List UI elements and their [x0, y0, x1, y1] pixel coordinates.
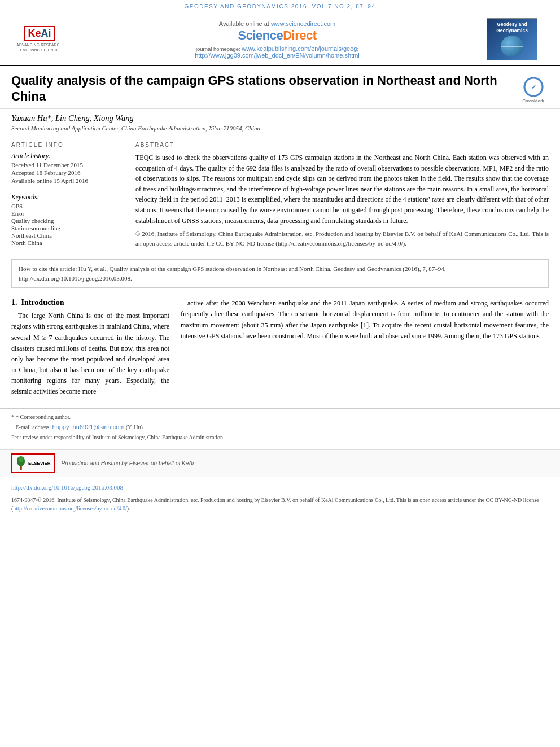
elsevier-footer: ELSEVIER Production and Hosting by Elsev… — [0, 449, 560, 477]
affiliation-text: Second Monitoring and Application Center… — [11, 125, 549, 132]
article-info-col: ARTICLE INFO Article history: Received 1… — [11, 142, 124, 251]
sciencedirect-url[interactable]: www.sciencedirect.com — [271, 20, 335, 27]
abstract-label: ABSTRACT — [135, 142, 549, 148]
logo-area: KeAi ADVANCING RESEARCHEVOLVING SCIENCE — [11, 26, 68, 53]
available-date: Available online 15 April 2016 — [11, 177, 115, 184]
abstract-col: ABSTRACT TEQC is used to check the obser… — [135, 142, 549, 251]
article-info-label: ARTICLE INFO — [11, 142, 115, 148]
globe-line2 — [501, 42, 523, 42]
received-date: Received 11 December 2015 — [11, 161, 115, 168]
cc-license-link[interactable]: http://creativecommons.org/licenses/by-n… — [13, 505, 126, 512]
bottom-bar: 1674-9847/© 2016, Institute of Seismolog… — [0, 493, 560, 515]
journal-citation: GEODESY AND GEODYNAMICS 2016, VOL 7 NO 2… — [185, 3, 376, 10]
footnote-section: * * Corresponding author. E-mail address… — [0, 408, 560, 446]
keyword-quality: Quality checking — [11, 217, 115, 224]
journal-links: journal homepage: www.keaipublishing.com… — [73, 45, 481, 59]
elsevier-tree-icon — [15, 456, 27, 470]
crossmark-area[interactable]: ✓ CrossMark — [518, 76, 549, 103]
elsevier-caption: Production and Hosting by Elsevier on be… — [62, 460, 194, 466]
svg-rect-3 — [20, 466, 22, 470]
right-content: active after the 2008 Wenchuan earthquak… — [181, 298, 549, 402]
authors-line: Yaxuan Hu*, Lin Cheng, Xiong Wang — [11, 113, 549, 123]
doi-link[interactable]: http://dx.doi.org/10.1016/j.geog.2016.03… — [11, 484, 123, 491]
center-header: Available online at www.sciencedirect.co… — [73, 20, 481, 59]
intro-body-left: The large North China is one of the most… — [11, 311, 169, 397]
keywords-label: Keywords: — [11, 194, 115, 200]
svg-point-5 — [19, 456, 24, 462]
title-section: Quality analysis of the campaign GPS sta… — [0, 66, 560, 109]
section-number: 1. Introduction — [11, 298, 169, 307]
elsevier-text: ELSEVIER — [28, 461, 51, 466]
journal-cover: Geodesy and Geodynamics — [487, 18, 537, 60]
citation-box: How to cite this article: Hu Y, et al., … — [11, 259, 549, 288]
main-content-section: 1. Introduction The large North China is… — [0, 292, 560, 405]
crossmark-label: CrossMark — [522, 98, 544, 103]
footnote-email: E-mail address: happy_hu6921@sina.com (Y… — [11, 422, 549, 432]
authors-section: Yaxuan Hu*, Lin Cheng, Xiong Wang Second… — [0, 109, 560, 137]
globe-line1 — [501, 46, 523, 47]
bottom-text: 1674-9847/© 2016, Institute of Seismolog… — [11, 496, 549, 513]
journal-cover-title: Geodesy and Geodynamics — [490, 21, 534, 34]
sciencedirect-logo: ScienceDirect — [73, 28, 481, 43]
history-label: Article history: — [11, 152, 115, 159]
email-link[interactable]: happy_hu6921@sina.com — [52, 423, 124, 430]
keyword-northeast: Northeast China — [11, 232, 115, 239]
abstract-text: TEQC is used to check the observations q… — [135, 152, 549, 248]
keyword-gps: GPS — [11, 203, 115, 209]
journal-cover-globe — [501, 36, 523, 57]
doi-line: http://dx.doi.org/10.1016/j.geog.2016.03… — [0, 480, 560, 493]
keyword-error: Error — [11, 210, 115, 217]
journal-url2[interactable]: http://www.jgg09.com/jweb_ddcl_en/EN/vol… — [195, 52, 360, 59]
footnote-corresponding: * * Corresponding author. — [11, 412, 549, 422]
top-bar: GEODESY AND GEODYNAMICS 2016, VOL 7 NO 2… — [0, 0, 560, 12]
left-content: 1. Introduction The large North China is… — [11, 298, 169, 402]
elsevier-logo-box: ELSEVIER — [11, 453, 55, 473]
footnote-peer-review: Peer review under responsibility of Inst… — [11, 433, 549, 442]
ke-ai-logo: KeAi — [28, 28, 51, 38]
header-section: KeAi ADVANCING RESEARCHEVOLVING SCIENCE … — [0, 12, 560, 66]
keyword-station: Station surrounding — [11, 225, 115, 231]
right-header: Geodesy and Geodynamics — [487, 18, 549, 60]
keyword-north: North China — [11, 239, 115, 246]
logo-subtitle: ADVANCING RESEARCHEVOLVING SCIENCE — [16, 43, 63, 53]
svg-text:✓: ✓ — [531, 84, 536, 90]
ke-ai-logo-box: KeAi — [24, 26, 54, 41]
journal-url1[interactable]: www.keaipublishing.com/en/journals/geog — [242, 45, 357, 52]
main-title: Quality analysis of the campaign GPS sta… — [11, 73, 512, 104]
copyright-text: © 2016, Institute of Seismology, China E… — [135, 229, 549, 248]
divider1 — [11, 189, 115, 189]
accepted-date: Accepted 18 February 2016 — [11, 169, 115, 176]
crossmark-icon: ✓ — [522, 76, 545, 98]
intro-body-right: active after the 2008 Wenchuan earthquak… — [181, 298, 549, 342]
available-online-text: Available online at www.sciencedirect.co… — [73, 20, 481, 27]
globe-line3 — [501, 51, 523, 51]
two-col-section: ARTICLE INFO Article history: Received 1… — [0, 137, 560, 255]
